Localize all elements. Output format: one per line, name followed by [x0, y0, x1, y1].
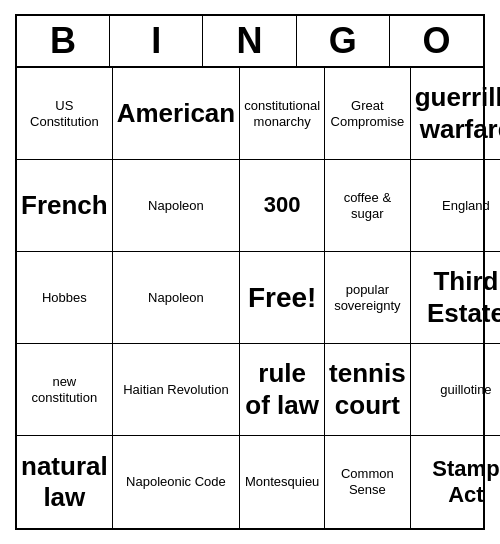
- bingo-cell: Haitian Revolution: [113, 344, 241, 436]
- bingo-card: BINGO US ConstitutionAmericanconstitutio…: [15, 14, 485, 530]
- bingo-cell: guillotine: [411, 344, 500, 436]
- bingo-cell: Montesquieu: [240, 436, 325, 528]
- header-letter: I: [110, 16, 203, 66]
- bingo-cell: 300: [240, 160, 325, 252]
- header-letter: N: [203, 16, 296, 66]
- bingo-cell: popular sovereignty: [325, 252, 411, 344]
- header-letter: B: [17, 16, 110, 66]
- bingo-cell: French: [17, 160, 113, 252]
- bingo-cell: constitutional monarchy: [240, 68, 325, 160]
- bingo-cell: coffee & sugar: [325, 160, 411, 252]
- bingo-cell: Napoleonic Code: [113, 436, 241, 528]
- bingo-cell: new constitution: [17, 344, 113, 436]
- bingo-cell: US Constitution: [17, 68, 113, 160]
- bingo-cell: Stamp Act: [411, 436, 500, 528]
- bingo-cell: Common Sense: [325, 436, 411, 528]
- bingo-cell: tennis court: [325, 344, 411, 436]
- bingo-header: BINGO: [17, 16, 483, 68]
- bingo-cell: guerrilla warfare: [411, 68, 500, 160]
- bingo-cell: Napoleon: [113, 160, 241, 252]
- bingo-cell: Hobbes: [17, 252, 113, 344]
- bingo-cell: American: [113, 68, 241, 160]
- bingo-cell: natural law: [17, 436, 113, 528]
- bingo-cell: Great Compromise: [325, 68, 411, 160]
- bingo-cell: Free!: [240, 252, 325, 344]
- header-letter: G: [297, 16, 390, 66]
- bingo-cell: Third Estate: [411, 252, 500, 344]
- bingo-cell: Napoleon: [113, 252, 241, 344]
- bingo-cell: rule of law: [240, 344, 325, 436]
- header-letter: O: [390, 16, 483, 66]
- bingo-grid: US ConstitutionAmericanconstitutional mo…: [17, 68, 483, 528]
- bingo-cell: England: [411, 160, 500, 252]
